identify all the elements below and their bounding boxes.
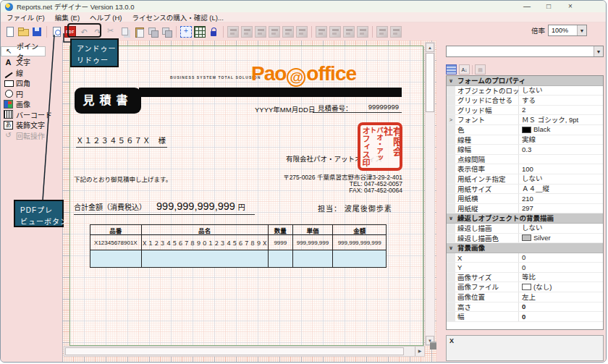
property-row[interactable]: 画像位置 左上 [447, 292, 603, 302]
property-row[interactable]: Y 0 [447, 263, 603, 273]
bring-to-front-icon[interactable] [147, 26, 159, 38]
palette-item-barcode[interactable]: バーコード [1, 109, 62, 119]
expand-arrow-icon[interactable] [447, 312, 455, 321]
expand-arrow-icon[interactable] [447, 174, 455, 184]
property-row[interactable]: 繰返し描画 しない [447, 224, 603, 234]
undo-icon[interactable]: ↶ [78, 26, 90, 38]
zoom-dropdown-arrow-icon[interactable]: ▼ [577, 25, 586, 35]
expand-arrow-icon[interactable]: ∨ [447, 213, 455, 223]
align-center-icon[interactable] [241, 26, 253, 38]
alphabetical-sort-icon[interactable]: A↓ [459, 64, 470, 75]
zoom-combobox[interactable]: 100% ▼ [548, 25, 587, 36]
property-row[interactable]: ∨ フォームのプロパティ [447, 76, 603, 86]
expand-arrow-icon[interactable] [447, 224, 455, 233]
expand-arrow-icon[interactable] [447, 204, 455, 213]
copy-icon[interactable] [119, 26, 131, 38]
expand-arrow-icon[interactable] [447, 194, 455, 203]
align-left-icon[interactable] [227, 26, 239, 38]
expand-arrow-icon[interactable] [447, 96, 455, 105]
vertical-scrollbar[interactable]: ▲ ▼ [425, 42, 435, 346]
expand-arrow-icon[interactable] [447, 234, 455, 243]
total-amount-field[interactable]: 合計金額（消費税込） 999,999,999,999 円 [74, 200, 255, 215]
property-row[interactable]: 用紙縦 297 [447, 204, 603, 214]
menu-help[interactable]: ヘルプ (H) [90, 12, 122, 22]
expand-arrow-icon[interactable] [447, 282, 455, 292]
center-horizontal-icon[interactable] [376, 26, 388, 38]
make-same-height-icon[interactable] [329, 26, 341, 38]
property-row[interactable]: X 0 [447, 253, 603, 263]
expand-arrow-icon[interactable] [447, 164, 455, 174]
title-black-bar[interactable] [139, 88, 402, 97]
lock-objects-icon[interactable] [208, 26, 219, 38]
save-icon[interactable] [31, 26, 43, 38]
company-seal-stamp[interactable]: 有限会社 パオ・アット オフィス印 [358, 122, 402, 171]
menu-file[interactable]: ファイル (F) [7, 12, 45, 22]
property-row[interactable]: グリッド幅 2 [447, 106, 603, 116]
report-page[interactable]: BUSINESS SYSTEM TOTAL SOLUSION Pao@offic… [69, 46, 423, 346]
palette-item-circle[interactable]: 円 [1, 88, 62, 98]
expand-arrow-icon[interactable] [447, 263, 455, 272]
staff-field[interactable]: 担当： 波尾後御歩素 [318, 203, 392, 213]
property-row[interactable]: 色 Black [447, 125, 603, 135]
company-address-block[interactable]: 〒275-0026 千葉県習志野市谷津3-29-2-401 TEL: 047-4… [283, 174, 402, 195]
align-right-icon[interactable] [255, 26, 266, 38]
property-row[interactable]: 画像ファイル (なし) [447, 282, 603, 292]
property-row[interactable]: 線種 実線 [447, 135, 603, 145]
palette-item-image[interactable]: 画像 [1, 99, 62, 109]
palette-item-rectangle[interactable]: 四角 [1, 78, 62, 88]
space-evenly-icon[interactable] [357, 26, 368, 38]
property-row[interactable]: 点線間隔 [447, 155, 603, 165]
expand-arrow-icon[interactable]: ∨ [447, 76, 455, 85]
paste-icon[interactable] [133, 26, 145, 38]
property-row[interactable]: 線幅 0.3 [447, 145, 603, 155]
align-middle-icon[interactable] [282, 26, 294, 38]
menu-license[interactable]: ライセンスの購入・確認 (L)... [132, 12, 223, 22]
pdf-preview-icon[interactable]: PDF [64, 26, 76, 38]
scroll-up-icon[interactable]: ▲ [426, 43, 434, 52]
scroll-right-icon[interactable]: ▶ [415, 347, 424, 356]
close-description-icon[interactable]: X [449, 337, 454, 344]
show-grid-icon[interactable] [194, 26, 206, 38]
expand-arrow-icon[interactable] [447, 155, 455, 164]
minimize-button[interactable]: — [522, 1, 532, 12]
expand-arrow-icon[interactable] [447, 273, 455, 282]
palette-item-pointer[interactable]: ↖ ポインタ [1, 46, 46, 56]
expand-arrow-icon[interactable]: ∨ [447, 243, 455, 253]
expand-arrow-icon[interactable] [447, 253, 455, 263]
greeting-text[interactable]: 下記のとおり御見積申し上げます。 [74, 174, 172, 183]
items-table[interactable]: 品番 品名 数量 単価 金額 X12345678901X Ｘ１２３４５６７８９０… [90, 224, 387, 268]
palette-item-line[interactable]: 線 [1, 67, 62, 77]
open-icon[interactable] [17, 26, 29, 38]
make-same-size-icon[interactable] [343, 26, 355, 38]
expand-arrow-icon[interactable] [447, 135, 455, 145]
property-grid[interactable]: ∨ フォームのプロパティ オブジェクトのロック しない [446, 75, 604, 330]
center-vertical-icon[interactable] [390, 26, 402, 38]
property-row[interactable]: > フォント ＭＳ ゴシック, 9pt [447, 115, 603, 125]
snap-to-grid-icon[interactable] [180, 26, 192, 38]
property-row[interactable]: オブジェクトのロック しない [447, 86, 603, 96]
design-canvas[interactable]: BUSINESS SYSTEM TOTAL SOLUSION Pao@offic… [62, 41, 436, 363]
property-row[interactable]: 画像サイズ 等比 [447, 273, 603, 283]
close-button[interactable]: × [565, 1, 575, 12]
categorized-view-icon[interactable] [446, 64, 457, 75]
send-to-back-icon[interactable] [161, 26, 172, 38]
brand-tagline[interactable]: BUSINESS SYSTEM TOTAL SOLUSION [170, 75, 261, 80]
estimate-number-field[interactable]: 見積番号： 99999999 [313, 103, 402, 113]
print-preview-icon[interactable] [51, 26, 62, 38]
object-selector-combobox[interactable]: ▼ [446, 46, 604, 57]
palette-item-decorated-text[interactable]: あ 装飾文字 [1, 120, 62, 130]
maximize-button[interactable]: □ [544, 1, 554, 12]
property-row[interactable]: 繰返し描画色 Silver [447, 234, 603, 244]
vertical-scrollbar-thumb[interactable] [426, 53, 434, 112]
expand-arrow-icon[interactable] [447, 106, 455, 115]
property-row[interactable]: グリッドに合せる する [447, 96, 603, 106]
property-row[interactable]: ∨ 繰返しオブジェクトの背景描画 [447, 213, 603, 224]
property-row[interactable]: 表示倍率 100 [447, 164, 603, 174]
customer-name-field[interactable]: Ｘ１２３４５６７Ｘ様 [76, 135, 167, 148]
document-title[interactable]: 見積書 [75, 88, 141, 114]
expand-arrow-icon[interactable] [447, 145, 455, 154]
menu-edit[interactable]: 編集 (E) [55, 12, 80, 22]
property-row[interactable]: 幅 0 [447, 312, 603, 322]
date-placeholder[interactable]: YYYY年MM月DD日 [255, 104, 315, 114]
property-row[interactable]: 用紙インチ指定 しない [447, 174, 603, 185]
